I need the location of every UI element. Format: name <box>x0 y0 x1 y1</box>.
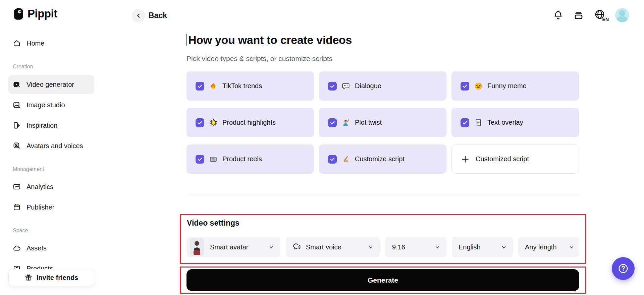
video-type-tiktok-trends[interactable]: TikTok trends <box>186 71 314 101</box>
generate-button[interactable]: Generate <box>186 269 579 291</box>
checkbox-checked[interactable] <box>196 82 204 91</box>
video-type-label: TikTok trends <box>222 82 262 90</box>
sidebar: Pippit Home Creation Video generator <box>0 0 103 295</box>
analytics-icon <box>13 183 21 191</box>
page-subtitle: Pick video types & scripts, or customize… <box>186 55 332 63</box>
text-cursor <box>186 34 187 46</box>
page-emoji-icon <box>474 119 482 127</box>
person-raising-hand-emoji-icon <box>342 119 350 127</box>
sidebar-item-label: Analytics <box>26 183 53 191</box>
inspiration-icon <box>13 121 21 129</box>
video-cassette-emoji-icon <box>209 155 217 163</box>
checkbox-checked[interactable] <box>461 82 469 91</box>
smart-avatar-dropdown[interactable]: Smart avatar <box>186 237 280 257</box>
avatar-silhouette <box>619 10 625 16</box>
video-type-product-reels[interactable]: Product reels <box>186 144 314 174</box>
assets-cloud-icon <box>13 244 21 252</box>
checkbox-checked[interactable] <box>328 155 337 164</box>
pippit-owl-logo-icon <box>13 7 24 20</box>
video-type-plot-twist[interactable]: Plot twist <box>319 108 446 137</box>
sidebar-item-label: Avatars and voices <box>26 142 83 150</box>
video-type-label: Text overlay <box>487 119 523 126</box>
dropdown-value: 9:16 <box>392 243 405 251</box>
question-mark-icon <box>618 263 629 274</box>
sidebar-item-assets[interactable]: Assets <box>8 240 94 256</box>
sidebar-item-inspiration[interactable]: Inspiration <box>8 117 94 133</box>
invite-friends-button[interactable]: Invite friends <box>8 269 94 286</box>
laughing-emoji-icon <box>474 82 482 90</box>
sidebar-section-creation: Creation <box>13 64 33 70</box>
section-divider <box>186 195 579 195</box>
sidebar-item-analytics[interactable]: Analytics <box>8 179 94 195</box>
checkbox-checked[interactable] <box>196 155 204 164</box>
app-name: Pippit <box>28 7 57 20</box>
help-button[interactable] <box>612 257 635 280</box>
avatars-voices-icon <box>13 142 21 150</box>
fire-emoji-icon <box>209 82 217 90</box>
video-type-dialogue[interactable]: Dialogue <box>319 71 446 101</box>
video-type-funny-meme[interactable]: Funny meme <box>451 71 579 101</box>
checkbox-checked[interactable] <box>461 118 469 127</box>
voice-speaking-head-icon <box>292 243 301 251</box>
video-type-text-overlay[interactable]: Text overlay <box>451 108 579 137</box>
sidebar-item-label: Inspiration <box>26 122 57 129</box>
sidebar-item-label: Image studio <box>26 101 65 109</box>
sidebar-section-management: Management <box>13 166 44 172</box>
sidebar-item-avatars-and-voices[interactable]: Avatars and voices <box>8 138 94 154</box>
smart-voice-dropdown[interactable]: Smart voice <box>286 237 380 257</box>
customized-script-add-button[interactable]: Customized script <box>451 144 579 174</box>
speech-bubble-emoji-icon <box>342 82 350 90</box>
video-type-label: Product reels <box>222 155 262 163</box>
sidebar-item-image-studio[interactable]: Image studio <box>8 97 94 113</box>
video-type-label: Product highlights <box>222 119 276 126</box>
sidebar-item-label: Video generator <box>26 81 74 88</box>
app-logo[interactable]: Pippit <box>13 7 57 20</box>
sidebar-item-publisher[interactable]: Publisher <box>8 199 94 215</box>
checkbox-checked[interactable] <box>328 118 337 127</box>
billing-card-icon[interactable] <box>573 10 584 20</box>
customized-script-label: Customized script <box>476 155 529 163</box>
checkbox-checked[interactable] <box>328 82 337 91</box>
sidebar-item-label: Home <box>26 40 44 47</box>
sidebar-item-label: Publisher <box>26 203 54 211</box>
sidebar-item-label: Assets <box>26 244 47 252</box>
user-avatar[interactable] <box>615 8 629 22</box>
globe-language-icon[interactable]: EN <box>594 9 607 21</box>
page-title: How you want to create videos <box>186 34 352 47</box>
chevron-down-icon <box>434 244 440 250</box>
video-type-label: Plot twist <box>355 119 382 126</box>
generate-label: Generate <box>368 276 398 284</box>
video-type-customize-script[interactable]: Customize script <box>319 144 446 174</box>
language-label: EN <box>602 17 609 22</box>
video-type-product-highlights[interactable]: Product highlights <box>186 108 314 137</box>
dropdown-value: English <box>459 243 481 251</box>
writing-hand-emoji-icon <box>342 155 350 163</box>
video-type-label: Dialogue <box>355 82 381 90</box>
back-button[interactable] <box>132 9 145 22</box>
chevron-down-icon <box>368 244 374 250</box>
language-dropdown[interactable]: English <box>452 237 513 257</box>
chevron-left-icon <box>135 12 142 19</box>
notification-bell-icon[interactable] <box>553 10 564 20</box>
back-label[interactable]: Back <box>149 11 167 20</box>
dropdown-value: Smart voice <box>306 243 341 251</box>
video-type-label: Funny meme <box>487 82 527 90</box>
chevron-down-icon <box>501 244 507 250</box>
chevron-down-icon <box>569 244 575 250</box>
checkbox-checked[interactable] <box>196 118 204 127</box>
starburst-emoji-icon <box>209 119 217 127</box>
publisher-calendar-icon <box>13 203 21 211</box>
video-generator-icon <box>13 80 21 88</box>
gift-icon <box>24 274 33 282</box>
home-icon <box>13 39 21 47</box>
sidebar-item-home[interactable]: Home <box>8 35 94 51</box>
dropdown-value: Smart avatar <box>210 243 248 251</box>
sidebar-item-video-generator[interactable]: Video generator <box>8 75 94 94</box>
chevron-down-icon <box>268 244 274 250</box>
image-studio-icon <box>13 101 21 109</box>
sidebar-section-space: Space <box>13 228 28 234</box>
aspect-ratio-dropdown[interactable]: 9:16 <box>385 237 446 257</box>
dropdown-value: Any length <box>525 243 557 251</box>
video-settings-title: Video settings <box>187 219 239 228</box>
video-length-dropdown[interactable]: Any length <box>518 237 579 257</box>
